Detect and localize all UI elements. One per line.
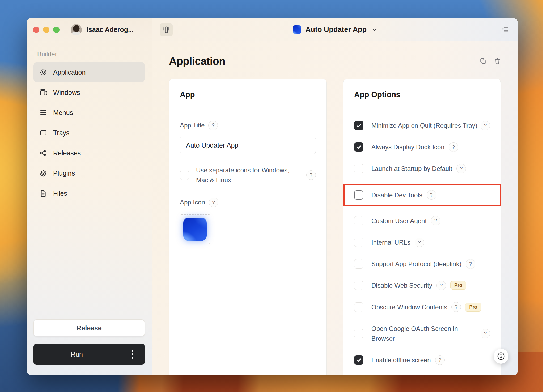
user-account[interactable]: Isaac Aderog... — [71, 24, 134, 35]
app-icon-dropzone[interactable] — [180, 214, 210, 244]
disable-dev-tools-checkbox[interactable] — [354, 190, 363, 200]
pro-badge: Pro — [450, 281, 466, 290]
option-row-open-google-oauth[interactable]: Open Google OAuth Screen in Browser? — [354, 324, 490, 343]
sidebar-item-label: Plugins — [53, 169, 75, 177]
preview-app-button[interactable] — [160, 23, 173, 36]
option-row-obscure-window-contents[interactable]: Obscure Window Contents?Pro — [354, 302, 490, 312]
sidebar-item-label: Menus — [53, 109, 73, 117]
sidebar-item-trays[interactable]: Trays — [33, 123, 145, 143]
activity-log-button[interactable] — [501, 26, 509, 34]
obscure-window-contents-checkbox[interactable] — [354, 302, 363, 312]
sidebar-item-releases[interactable]: Releases — [33, 143, 145, 163]
open-google-oauth-checkbox[interactable] — [354, 329, 363, 338]
close-window-button[interactable] — [33, 27, 39, 33]
option-label: Disable Dev Tools — [371, 190, 422, 200]
option-row-disable-web-security[interactable]: Disable Web Security?Pro — [354, 280, 490, 290]
option-row-always-display-dock-icon[interactable]: Always Display Dock Icon? — [354, 142, 490, 152]
sidebar: Builder ApplicationWindowsMenusTraysRele… — [27, 41, 152, 375]
help-icon[interactable]: ? — [481, 329, 490, 338]
sidebar-item-files[interactable]: Files — [33, 183, 145, 203]
page-header: Application — [169, 55, 501, 67]
app-window: Isaac Aderog... Auto Updater App — [27, 18, 518, 375]
option-label: Launch at Startup by Default — [371, 164, 452, 173]
option-label: Internal URLs — [371, 237, 410, 247]
option-row-support-app-protocol[interactable]: Support App Protocol (deeplink)? — [354, 259, 490, 269]
page-actions — [479, 57, 501, 65]
option-row-launch-at-startup[interactable]: Launch at Startup by Default? — [354, 164, 490, 173]
avatar — [71, 24, 82, 35]
option-row-enable-offline-screen[interactable]: Enable offline screen? — [354, 355, 490, 365]
run-options-button[interactable] — [120, 344, 145, 365]
traffic-lights — [33, 27, 60, 33]
help-icon[interactable]: ? — [466, 259, 475, 269]
separate-icons-row[interactable]: Use separate icons for Windows, Mac & Li… — [180, 165, 316, 185]
always-display-dock-icon-checkbox[interactable] — [354, 142, 363, 152]
info-icon — [497, 352, 506, 361]
sidebar-item-plugins[interactable]: Plugins — [33, 163, 145, 183]
help-icon[interactable]: ? — [306, 170, 316, 180]
release-button[interactable]: Release — [33, 319, 145, 336]
option-row-disable-dev-tools[interactable]: Disable Dev Tools? — [343, 184, 501, 206]
help-icon[interactable]: ? — [435, 355, 445, 365]
trash-icon[interactable] — [494, 57, 501, 65]
app-options-card-title: App Options — [343, 79, 501, 109]
zoom-window-button[interactable] — [53, 27, 60, 33]
option-row-minimize-app-on-quit[interactable]: Minimize App on Quit (Requires Tray)? — [354, 121, 490, 130]
option-row-custom-user-agent[interactable]: Custom User Agent? — [354, 216, 490, 226]
app-switcher[interactable]: Auto Updater App — [293, 25, 377, 34]
custom-user-agent-checkbox[interactable] — [354, 216, 363, 225]
app-card-title: App — [169, 79, 326, 109]
help-icon[interactable]: ? — [456, 164, 466, 173]
internal-urls-checkbox[interactable] — [354, 238, 363, 247]
file-icon — [39, 189, 47, 197]
gear-icon — [39, 68, 47, 76]
help-icon[interactable]: ? — [451, 302, 461, 312]
sidebar-item-application[interactable]: Application — [33, 62, 145, 82]
share-icon — [39, 149, 47, 157]
launch-at-startup-checkbox[interactable] — [354, 164, 363, 173]
separate-icons-checkbox[interactable] — [180, 171, 189, 180]
app-icon-field-label: App Icon ? — [180, 198, 316, 207]
minimize-app-on-quit-checkbox[interactable] — [354, 121, 363, 130]
option-label: Minimize App on Quit (Requires Tray) — [371, 121, 477, 130]
sidebar-item-label: Files — [53, 190, 67, 197]
help-icon[interactable]: ? — [449, 142, 458, 152]
minimize-window-button[interactable] — [43, 27, 49, 33]
duplicate-icon[interactable] — [479, 57, 487, 65]
help-icon[interactable]: ? — [208, 121, 218, 130]
option-label: Enable offline screen — [371, 355, 431, 365]
app-card-body: App Title ? Use separate icons for Windo… — [169, 109, 326, 256]
sidebar-item-windows[interactable]: Windows — [33, 82, 145, 103]
help-icon[interactable]: ? — [427, 190, 436, 200]
help-icon[interactable]: ? — [209, 198, 218, 207]
help-icon[interactable]: ? — [481, 121, 490, 130]
menu-icon — [39, 109, 47, 117]
sidebar-bottom-actions: Release Run — [33, 319, 145, 365]
sidebar-section-label: Builder — [37, 50, 145, 58]
page-title: Application — [169, 55, 225, 67]
help-icon[interactable]: ? — [415, 238, 424, 247]
chevron-down-icon — [371, 27, 377, 33]
sidebar-item-label: Windows — [53, 89, 80, 96]
sidebar-item-menus[interactable]: Menus — [33, 103, 145, 123]
disable-web-security-checkbox[interactable] — [354, 281, 363, 290]
pro-badge: Pro — [465, 303, 481, 312]
user-name: Isaac Aderog... — [87, 26, 134, 33]
option-row-internal-urls[interactable]: Internal URLs? — [354, 237, 490, 247]
info-fab-button[interactable] — [494, 349, 508, 364]
app-title-input[interactable] — [180, 137, 316, 154]
sidebar-item-label: Trays — [53, 129, 70, 137]
support-app-protocol-checkbox[interactable] — [354, 259, 363, 269]
cards-row: App App Title ? Use separate icons for W… — [169, 79, 501, 375]
app-title-field-label: App Title ? — [180, 121, 316, 130]
list-menu-icon — [501, 26, 509, 34]
help-icon[interactable]: ? — [431, 216, 440, 225]
run-button[interactable]: Run — [33, 344, 120, 365]
help-icon[interactable]: ? — [436, 281, 446, 290]
app-options-card: App Options Minimize App on Quit (Requir… — [343, 79, 501, 375]
app-icon-preview — [183, 218, 207, 241]
sidebar-nav: ApplicationWindowsMenusTraysReleasesPlug… — [33, 62, 145, 203]
enable-offline-screen-checkbox[interactable] — [354, 355, 363, 365]
option-label: Disable Web Security — [371, 280, 432, 290]
sidebar-item-label: Application — [53, 69, 86, 76]
